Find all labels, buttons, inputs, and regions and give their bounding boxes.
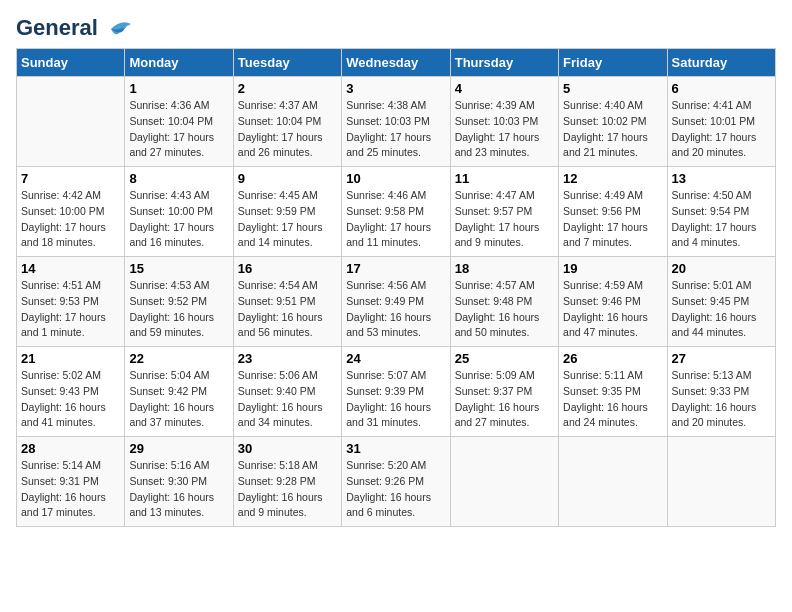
week-row-4: 21Sunrise: 5:02 AM Sunset: 9:43 PM Dayli…: [17, 347, 776, 437]
calendar-cell: 25Sunrise: 5:09 AM Sunset: 9:37 PM Dayli…: [450, 347, 558, 437]
day-number: 17: [346, 261, 445, 276]
day-info: Sunrise: 4:47 AM Sunset: 9:57 PM Dayligh…: [455, 188, 554, 251]
day-info: Sunrise: 4:40 AM Sunset: 10:02 PM Daylig…: [563, 98, 662, 161]
day-info: Sunrise: 5:14 AM Sunset: 9:31 PM Dayligh…: [21, 458, 120, 521]
header-tuesday: Tuesday: [233, 49, 341, 77]
week-row-3: 14Sunrise: 4:51 AM Sunset: 9:53 PM Dayli…: [17, 257, 776, 347]
day-number: 23: [238, 351, 337, 366]
calendar-cell: 31Sunrise: 5:20 AM Sunset: 9:26 PM Dayli…: [342, 437, 450, 527]
day-number: 25: [455, 351, 554, 366]
header-saturday: Saturday: [667, 49, 775, 77]
day-info: Sunrise: 4:37 AM Sunset: 10:04 PM Daylig…: [238, 98, 337, 161]
day-number: 10: [346, 171, 445, 186]
logo-text: General: [16, 16, 131, 40]
day-number: 19: [563, 261, 662, 276]
day-info: Sunrise: 4:46 AM Sunset: 9:58 PM Dayligh…: [346, 188, 445, 251]
calendar-cell: 5Sunrise: 4:40 AM Sunset: 10:02 PM Dayli…: [559, 77, 667, 167]
day-info: Sunrise: 4:36 AM Sunset: 10:04 PM Daylig…: [129, 98, 228, 161]
calendar-cell: 19Sunrise: 4:59 AM Sunset: 9:46 PM Dayli…: [559, 257, 667, 347]
day-info: Sunrise: 5:16 AM Sunset: 9:30 PM Dayligh…: [129, 458, 228, 521]
calendar-cell: 12Sunrise: 4:49 AM Sunset: 9:56 PM Dayli…: [559, 167, 667, 257]
calendar-cell: [17, 77, 125, 167]
day-info: Sunrise: 4:54 AM Sunset: 9:51 PM Dayligh…: [238, 278, 337, 341]
header-monday: Monday: [125, 49, 233, 77]
calendar-cell: 1Sunrise: 4:36 AM Sunset: 10:04 PM Dayli…: [125, 77, 233, 167]
day-number: 4: [455, 81, 554, 96]
calendar-cell: 14Sunrise: 4:51 AM Sunset: 9:53 PM Dayli…: [17, 257, 125, 347]
calendar-cell: 15Sunrise: 4:53 AM Sunset: 9:52 PM Dayli…: [125, 257, 233, 347]
day-number: 14: [21, 261, 120, 276]
calendar-cell: 22Sunrise: 5:04 AM Sunset: 9:42 PM Dayli…: [125, 347, 233, 437]
day-info: Sunrise: 5:09 AM Sunset: 9:37 PM Dayligh…: [455, 368, 554, 431]
day-info: Sunrise: 4:57 AM Sunset: 9:48 PM Dayligh…: [455, 278, 554, 341]
day-info: Sunrise: 5:04 AM Sunset: 9:42 PM Dayligh…: [129, 368, 228, 431]
day-number: 12: [563, 171, 662, 186]
day-number: 30: [238, 441, 337, 456]
calendar-cell: 21Sunrise: 5:02 AM Sunset: 9:43 PM Dayli…: [17, 347, 125, 437]
day-info: Sunrise: 5:01 AM Sunset: 9:45 PM Dayligh…: [672, 278, 771, 341]
week-row-1: 1Sunrise: 4:36 AM Sunset: 10:04 PM Dayli…: [17, 77, 776, 167]
day-number: 22: [129, 351, 228, 366]
day-info: Sunrise: 4:42 AM Sunset: 10:00 PM Daylig…: [21, 188, 120, 251]
day-number: 11: [455, 171, 554, 186]
days-header-row: SundayMondayTuesdayWednesdayThursdayFrid…: [17, 49, 776, 77]
calendar-cell: 2Sunrise: 4:37 AM Sunset: 10:04 PM Dayli…: [233, 77, 341, 167]
header-friday: Friday: [559, 49, 667, 77]
day-number: 6: [672, 81, 771, 96]
calendar-table: SundayMondayTuesdayWednesdayThursdayFrid…: [16, 48, 776, 527]
calendar-cell: 29Sunrise: 5:16 AM Sunset: 9:30 PM Dayli…: [125, 437, 233, 527]
logo: General: [16, 16, 131, 40]
day-number: 29: [129, 441, 228, 456]
day-info: Sunrise: 5:07 AM Sunset: 9:39 PM Dayligh…: [346, 368, 445, 431]
day-info: Sunrise: 4:50 AM Sunset: 9:54 PM Dayligh…: [672, 188, 771, 251]
calendar-cell: 8Sunrise: 4:43 AM Sunset: 10:00 PM Dayli…: [125, 167, 233, 257]
day-info: Sunrise: 4:45 AM Sunset: 9:59 PM Dayligh…: [238, 188, 337, 251]
week-row-2: 7Sunrise: 4:42 AM Sunset: 10:00 PM Dayli…: [17, 167, 776, 257]
calendar-cell: 20Sunrise: 5:01 AM Sunset: 9:45 PM Dayli…: [667, 257, 775, 347]
day-number: 16: [238, 261, 337, 276]
day-number: 15: [129, 261, 228, 276]
day-number: 20: [672, 261, 771, 276]
calendar-cell: [667, 437, 775, 527]
calendar-cell: 16Sunrise: 4:54 AM Sunset: 9:51 PM Dayli…: [233, 257, 341, 347]
day-info: Sunrise: 5:18 AM Sunset: 9:28 PM Dayligh…: [238, 458, 337, 521]
day-number: 13: [672, 171, 771, 186]
calendar-cell: 13Sunrise: 4:50 AM Sunset: 9:54 PM Dayli…: [667, 167, 775, 257]
day-info: Sunrise: 5:06 AM Sunset: 9:40 PM Dayligh…: [238, 368, 337, 431]
week-row-5: 28Sunrise: 5:14 AM Sunset: 9:31 PM Dayli…: [17, 437, 776, 527]
day-number: 27: [672, 351, 771, 366]
day-info: Sunrise: 4:59 AM Sunset: 9:46 PM Dayligh…: [563, 278, 662, 341]
day-number: 18: [455, 261, 554, 276]
calendar-cell: 30Sunrise: 5:18 AM Sunset: 9:28 PM Dayli…: [233, 437, 341, 527]
calendar-cell: 9Sunrise: 4:45 AM Sunset: 9:59 PM Daylig…: [233, 167, 341, 257]
calendar-cell: 17Sunrise: 4:56 AM Sunset: 9:49 PM Dayli…: [342, 257, 450, 347]
day-info: Sunrise: 4:41 AM Sunset: 10:01 PM Daylig…: [672, 98, 771, 161]
header-sunday: Sunday: [17, 49, 125, 77]
day-info: Sunrise: 5:13 AM Sunset: 9:33 PM Dayligh…: [672, 368, 771, 431]
calendar-cell: 4Sunrise: 4:39 AM Sunset: 10:03 PM Dayli…: [450, 77, 558, 167]
day-number: 7: [21, 171, 120, 186]
day-info: Sunrise: 5:20 AM Sunset: 9:26 PM Dayligh…: [346, 458, 445, 521]
day-info: Sunrise: 4:39 AM Sunset: 10:03 PM Daylig…: [455, 98, 554, 161]
day-number: 2: [238, 81, 337, 96]
calendar-cell: 23Sunrise: 5:06 AM Sunset: 9:40 PM Dayli…: [233, 347, 341, 437]
calendar-cell: 24Sunrise: 5:07 AM Sunset: 9:39 PM Dayli…: [342, 347, 450, 437]
day-number: 26: [563, 351, 662, 366]
day-number: 28: [21, 441, 120, 456]
day-info: Sunrise: 4:49 AM Sunset: 9:56 PM Dayligh…: [563, 188, 662, 251]
day-info: Sunrise: 4:38 AM Sunset: 10:03 PM Daylig…: [346, 98, 445, 161]
day-info: Sunrise: 4:56 AM Sunset: 9:49 PM Dayligh…: [346, 278, 445, 341]
calendar-cell: 28Sunrise: 5:14 AM Sunset: 9:31 PM Dayli…: [17, 437, 125, 527]
calendar-cell: 18Sunrise: 4:57 AM Sunset: 9:48 PM Dayli…: [450, 257, 558, 347]
calendar-cell: 6Sunrise: 4:41 AM Sunset: 10:01 PM Dayli…: [667, 77, 775, 167]
day-info: Sunrise: 5:02 AM Sunset: 9:43 PM Dayligh…: [21, 368, 120, 431]
day-number: 31: [346, 441, 445, 456]
day-info: Sunrise: 4:53 AM Sunset: 9:52 PM Dayligh…: [129, 278, 228, 341]
calendar-cell: 10Sunrise: 4:46 AM Sunset: 9:58 PM Dayli…: [342, 167, 450, 257]
header-thursday: Thursday: [450, 49, 558, 77]
day-number: 24: [346, 351, 445, 366]
day-number: 9: [238, 171, 337, 186]
page-header: General: [16, 16, 776, 40]
day-number: 3: [346, 81, 445, 96]
calendar-cell: 26Sunrise: 5:11 AM Sunset: 9:35 PM Dayli…: [559, 347, 667, 437]
